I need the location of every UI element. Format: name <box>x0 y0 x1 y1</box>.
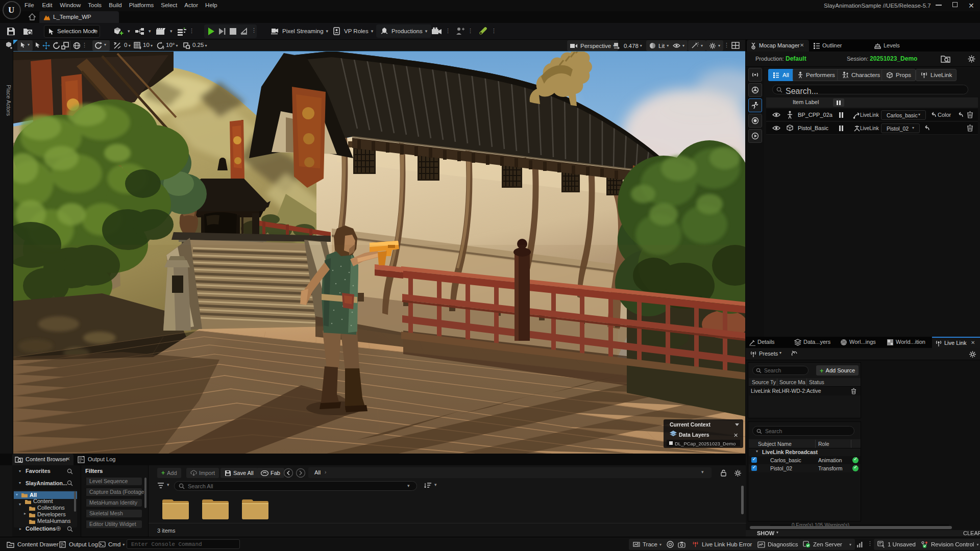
svg-text:✕: ✕ <box>733 432 738 438</box>
svg-text:Data Layers: Data Layers <box>679 432 709 438</box>
svg-text:Current Context: Current Context <box>670 421 710 428</box>
svg-text:DL_PCap_20251023_Demo: DL_PCap_20251023_Demo <box>675 441 736 446</box>
